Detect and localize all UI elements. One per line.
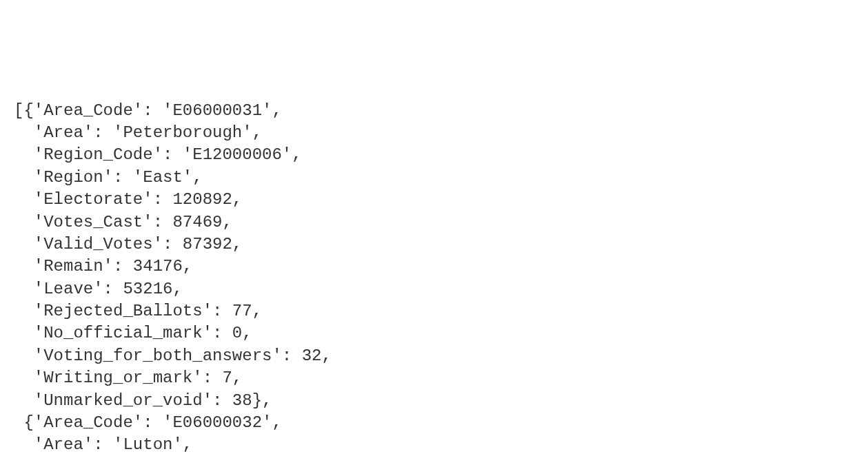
code-line: 'Leave': 53216, bbox=[14, 280, 183, 298]
code-line: {'Area_Code': 'E06000032', bbox=[14, 413, 282, 432]
code-line: 'Voting_for_both_answers': 32, bbox=[14, 346, 332, 365]
code-line: 'Area': 'Luton', bbox=[14, 435, 192, 454]
code-line: 'Area': 'Peterborough', bbox=[14, 123, 262, 142]
code-line: 'Region': 'East', bbox=[14, 168, 203, 187]
code-line: 'Rejected_Ballots': 77, bbox=[14, 302, 262, 320]
code-line: 'No_official_mark': 0, bbox=[14, 324, 252, 342]
code-line: [{'Area_Code': 'E06000031', bbox=[14, 101, 282, 120]
code-line: 'Valid_Votes': 87392, bbox=[14, 235, 242, 253]
code-line: 'Remain': 34176, bbox=[14, 257, 192, 276]
code-line: 'Writing_or_mark': 7, bbox=[14, 369, 242, 387]
code-line: 'Region_Code': 'E12000006', bbox=[14, 145, 302, 164]
code-line: 'Unmarked_or_void': 38}, bbox=[14, 391, 272, 410]
python-output-repr: [{'Area_Code': 'E06000031', 'Area': 'Pet… bbox=[14, 100, 854, 456]
code-line: 'Electorate': 120892, bbox=[14, 190, 242, 209]
code-line: 'Votes_Cast': 87469, bbox=[14, 213, 232, 231]
